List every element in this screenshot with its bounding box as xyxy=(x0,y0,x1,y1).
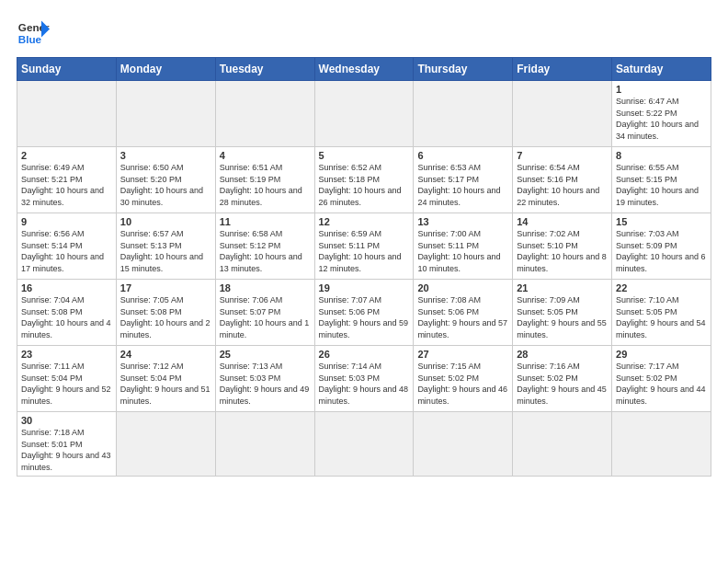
day-info: Sunrise: 7:00 AM Sunset: 5:11 PM Dayligh… xyxy=(417,228,508,274)
col-header-monday: Monday xyxy=(116,58,215,81)
calendar-cell: 26Sunrise: 7:14 AM Sunset: 5:03 PM Dayli… xyxy=(314,346,414,412)
calendar-cell: 24Sunrise: 7:12 AM Sunset: 5:04 PM Dayli… xyxy=(116,346,215,412)
calendar-cell: 9Sunrise: 6:56 AM Sunset: 5:14 PM Daylig… xyxy=(17,213,117,280)
calendar-cell: 11Sunrise: 6:58 AM Sunset: 5:12 PM Dayli… xyxy=(215,213,314,280)
calendar-cell: 28Sunrise: 7:16 AM Sunset: 5:02 PM Dayli… xyxy=(513,346,612,412)
day-info: Sunrise: 7:15 AM Sunset: 5:02 PM Dayligh… xyxy=(417,361,508,407)
calendar-cell xyxy=(612,412,711,477)
calendar-cell: 18Sunrise: 7:06 AM Sunset: 5:07 PM Dayli… xyxy=(215,280,314,346)
svg-text:Blue: Blue xyxy=(18,33,42,45)
day-info: Sunrise: 7:06 AM Sunset: 5:07 PM Dayligh… xyxy=(220,294,311,340)
day-info: Sunrise: 7:11 AM Sunset: 5:04 PM Dayligh… xyxy=(21,361,112,407)
day-number: 19 xyxy=(319,282,410,293)
calendar-cell: 13Sunrise: 7:00 AM Sunset: 5:11 PM Dayli… xyxy=(414,213,513,280)
day-number: 30 xyxy=(21,415,112,426)
calendar-table: SundayMondayTuesdayWednesdayThursdayFrid… xyxy=(17,57,711,477)
day-number: 18 xyxy=(220,282,311,293)
day-info: Sunrise: 6:51 AM Sunset: 5:19 PM Dayligh… xyxy=(220,162,311,208)
day-info: Sunrise: 6:56 AM Sunset: 5:14 PM Dayligh… xyxy=(21,228,112,274)
day-info: Sunrise: 6:58 AM Sunset: 5:12 PM Dayligh… xyxy=(220,228,311,274)
calendar-cell xyxy=(17,81,117,147)
calendar-cell: 25Sunrise: 7:13 AM Sunset: 5:03 PM Dayli… xyxy=(215,346,314,412)
col-header-thursday: Thursday xyxy=(414,58,513,81)
calendar-cell: 15Sunrise: 7:03 AM Sunset: 5:09 PM Dayli… xyxy=(612,213,711,280)
day-number: 11 xyxy=(220,216,311,227)
col-header-tuesday: Tuesday xyxy=(215,58,314,81)
day-number: 13 xyxy=(417,216,508,227)
day-info: Sunrise: 7:02 AM Sunset: 5:10 PM Dayligh… xyxy=(517,228,608,274)
day-number: 9 xyxy=(21,216,112,227)
col-header-sunday: Sunday xyxy=(17,58,117,81)
calendar-cell xyxy=(215,81,314,147)
calendar-cell xyxy=(215,412,314,477)
calendar-cell: 4Sunrise: 6:51 AM Sunset: 5:19 PM Daylig… xyxy=(215,147,314,213)
calendar-cell: 1Sunrise: 6:47 AM Sunset: 5:22 PM Daylig… xyxy=(612,81,711,147)
day-number: 3 xyxy=(120,150,211,161)
day-number: 27 xyxy=(417,349,508,360)
day-info: Sunrise: 7:18 AM Sunset: 5:01 PM Dayligh… xyxy=(21,427,112,473)
calendar-cell xyxy=(314,412,414,477)
day-number: 7 xyxy=(517,150,608,161)
calendar-week-1: 1Sunrise: 6:47 AM Sunset: 5:22 PM Daylig… xyxy=(17,81,711,147)
day-info: Sunrise: 7:14 AM Sunset: 5:03 PM Dayligh… xyxy=(319,361,410,407)
day-number: 16 xyxy=(21,282,112,293)
calendar-cell: 21Sunrise: 7:09 AM Sunset: 5:05 PM Dayli… xyxy=(513,280,612,346)
calendar-week-6: 30Sunrise: 7:18 AM Sunset: 5:01 PM Dayli… xyxy=(17,412,711,477)
calendar-cell xyxy=(414,81,513,147)
calendar-cell: 16Sunrise: 7:04 AM Sunset: 5:08 PM Dayli… xyxy=(17,280,117,346)
day-number: 4 xyxy=(220,150,311,161)
day-info: Sunrise: 7:17 AM Sunset: 5:02 PM Dayligh… xyxy=(616,361,707,407)
calendar-cell xyxy=(116,81,215,147)
day-info: Sunrise: 7:10 AM Sunset: 5:05 PM Dayligh… xyxy=(616,294,707,340)
day-info: Sunrise: 6:54 AM Sunset: 5:16 PM Dayligh… xyxy=(517,162,608,208)
day-number: 28 xyxy=(517,349,608,360)
calendar-cell: 2Sunrise: 6:49 AM Sunset: 5:21 PM Daylig… xyxy=(17,147,117,213)
calendar-week-5: 23Sunrise: 7:11 AM Sunset: 5:04 PM Dayli… xyxy=(17,346,711,412)
day-info: Sunrise: 7:08 AM Sunset: 5:06 PM Dayligh… xyxy=(417,294,508,340)
day-info: Sunrise: 7:05 AM Sunset: 5:08 PM Dayligh… xyxy=(120,294,211,340)
day-info: Sunrise: 6:53 AM Sunset: 5:17 PM Dayligh… xyxy=(417,162,508,208)
day-info: Sunrise: 7:13 AM Sunset: 5:03 PM Dayligh… xyxy=(220,361,311,407)
calendar-cell: 19Sunrise: 7:07 AM Sunset: 5:06 PM Dayli… xyxy=(314,280,414,346)
day-info: Sunrise: 6:50 AM Sunset: 5:20 PM Dayligh… xyxy=(120,162,211,208)
calendar-cell xyxy=(116,412,215,477)
day-number: 5 xyxy=(319,150,410,161)
day-number: 21 xyxy=(517,282,608,293)
calendar-cell: 3Sunrise: 6:50 AM Sunset: 5:20 PM Daylig… xyxy=(116,147,215,213)
day-number: 2 xyxy=(21,150,112,161)
calendar-cell xyxy=(513,81,612,147)
header: General Blue xyxy=(17,17,711,50)
day-info: Sunrise: 7:09 AM Sunset: 5:05 PM Dayligh… xyxy=(517,294,608,340)
day-number: 17 xyxy=(120,282,211,293)
calendar-cell: 8Sunrise: 6:55 AM Sunset: 5:15 PM Daylig… xyxy=(612,147,711,213)
calendar-cell: 30Sunrise: 7:18 AM Sunset: 5:01 PM Dayli… xyxy=(17,412,117,477)
day-info: Sunrise: 6:49 AM Sunset: 5:21 PM Dayligh… xyxy=(21,162,112,208)
day-number: 25 xyxy=(220,349,311,360)
day-number: 24 xyxy=(120,349,211,360)
calendar-cell: 12Sunrise: 6:59 AM Sunset: 5:11 PM Dayli… xyxy=(314,213,414,280)
day-number: 26 xyxy=(319,349,410,360)
col-header-wednesday: Wednesday xyxy=(314,58,414,81)
day-number: 14 xyxy=(517,216,608,227)
day-number: 23 xyxy=(21,349,112,360)
day-info: Sunrise: 6:47 AM Sunset: 5:22 PM Dayligh… xyxy=(616,96,707,142)
calendar-cell xyxy=(314,81,414,147)
day-info: Sunrise: 7:12 AM Sunset: 5:04 PM Dayligh… xyxy=(120,361,211,407)
calendar-cell xyxy=(414,412,513,477)
calendar-cell: 27Sunrise: 7:15 AM Sunset: 5:02 PM Dayli… xyxy=(414,346,513,412)
calendar-header-row: SundayMondayTuesdayWednesdayThursdayFrid… xyxy=(17,58,711,81)
calendar-cell: 14Sunrise: 7:02 AM Sunset: 5:10 PM Dayli… xyxy=(513,213,612,280)
day-number: 8 xyxy=(616,150,707,161)
day-number: 12 xyxy=(319,216,410,227)
day-number: 15 xyxy=(616,216,707,227)
day-info: Sunrise: 6:55 AM Sunset: 5:15 PM Dayligh… xyxy=(616,162,707,208)
calendar-cell: 6Sunrise: 6:53 AM Sunset: 5:17 PM Daylig… xyxy=(414,147,513,213)
day-number: 20 xyxy=(417,282,508,293)
day-info: Sunrise: 7:16 AM Sunset: 5:02 PM Dayligh… xyxy=(517,361,608,407)
calendar-cell: 23Sunrise: 7:11 AM Sunset: 5:04 PM Dayli… xyxy=(17,346,117,412)
col-header-friday: Friday xyxy=(513,58,612,81)
day-info: Sunrise: 7:07 AM Sunset: 5:06 PM Dayligh… xyxy=(319,294,410,340)
calendar-cell: 20Sunrise: 7:08 AM Sunset: 5:06 PM Dayli… xyxy=(414,280,513,346)
col-header-saturday: Saturday xyxy=(612,58,711,81)
calendar-week-2: 2Sunrise: 6:49 AM Sunset: 5:21 PM Daylig… xyxy=(17,147,711,213)
